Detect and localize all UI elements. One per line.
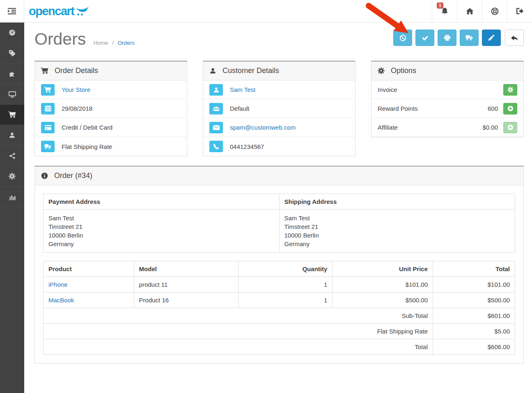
opencart-logo[interactable]: opencart <box>24 0 89 22</box>
breadcrumb-orders-link[interactable]: Orders <box>118 40 135 46</box>
edit-order-button[interactable] <box>482 30 501 46</box>
grand-total-value: $606.00 <box>433 339 515 355</box>
customer-row: Sam Test <box>203 80 355 99</box>
options-panel: Options Invoice <box>371 61 524 137</box>
affiliate-label: Affiliate <box>378 124 482 131</box>
print-invoice-button[interactable] <box>438 30 456 46</box>
date-added-row: 29/08/2018 <box>35 99 187 118</box>
support-button[interactable] <box>482 0 507 22</box>
subtotal-value: $601.00 <box>433 308 515 324</box>
puzzle-icon <box>9 70 16 77</box>
product-row: iPhone product 11 1 $101.00 $101.00 <box>44 277 515 292</box>
product-row: MacBook Product 16 1 $500.00 $500.00 <box>44 292 515 308</box>
user-icon <box>209 68 216 74</box>
main-content: Orders Home / Orders <box>24 23 532 393</box>
address-line: Sam Test <box>284 214 510 222</box>
menu-toggle-button[interactable] <box>0 0 24 22</box>
sidebar-item-system[interactable] <box>0 166 24 187</box>
ban-icon <box>399 34 406 41</box>
address-line: Sam Test <box>48 214 274 222</box>
logout-button[interactable] <box>507 0 532 22</box>
add-reward-points-button[interactable] <box>503 103 517 114</box>
envelope-icon <box>209 122 223 133</box>
summary-panels: Order Details Your Store <box>34 61 524 156</box>
notifications-button[interactable]: 1 <box>432 0 457 22</box>
sidebar-item-marketing[interactable] <box>0 146 24 166</box>
notification-badge: 1 <box>437 2 443 9</box>
shipping-address-header: Shipping Address <box>279 194 515 210</box>
sidebar-item-sales[interactable] <box>0 105 24 125</box>
col-product: Product <box>44 261 134 277</box>
product-link[interactable]: iPhone <box>48 281 68 288</box>
reward-points-value: 600 <box>488 105 498 112</box>
product-cell: iPhone <box>44 277 134 292</box>
share-icon <box>9 153 16 159</box>
customer-group-row: Default <box>203 99 355 118</box>
phone-icon <box>209 141 223 152</box>
sidebar-item-dashboard[interactable] <box>0 23 24 43</box>
truck-icon <box>41 141 55 152</box>
gear-icon <box>378 67 385 74</box>
monitor-icon <box>9 91 16 98</box>
reply-icon <box>511 35 518 41</box>
model-cell: product 11 <box>134 277 238 292</box>
customer-details-panel: Customer Details Sam Test <box>203 61 355 156</box>
customer-email-link[interactable]: spam@customweb.com <box>230 124 296 131</box>
home-button[interactable] <box>457 0 482 22</box>
breadcrumb-home-link[interactable]: Home <box>93 40 108 46</box>
shopping-cart-icon <box>9 111 16 118</box>
shipping-address: Sam Test Timstreet 21 10000 Berlin Germa… <box>279 210 515 253</box>
shipping-total-value: $5.00 <box>433 324 515 339</box>
product-link[interactable]: MacBook <box>48 297 74 304</box>
plus-circle-icon <box>507 105 514 112</box>
life-ring-icon <box>491 7 499 15</box>
affiliate-value: $0.00 <box>482 124 498 131</box>
customer-phone: 0441234567 <box>230 143 264 150</box>
subtotal-label: Sub-Total <box>44 308 433 324</box>
model-cell: Product 16 <box>134 292 238 308</box>
order-details-panel: Order Details Your Store <box>34 61 187 156</box>
order-panel-body: Payment Address Shipping Address Sam Tes… <box>35 185 523 363</box>
add-affiliate-commission-button[interactable] <box>503 122 517 133</box>
cancel-order-button[interactable] <box>393 30 412 46</box>
address-table: Payment Address Shipping Address Sam Tes… <box>43 194 515 253</box>
customer-link[interactable]: Sam Test <box>230 86 255 93</box>
dashboard-icon <box>9 29 16 36</box>
pencil-icon <box>488 34 495 41</box>
app-header: opencart 1 <box>0 0 532 23</box>
menu-toggle-icon <box>8 8 16 14</box>
payment-method: Credit / Debit Card <box>62 124 112 131</box>
print-shipping-list-button[interactable] <box>460 30 479 46</box>
totals-row: Flat Shipping Rate $5.00 <box>44 324 515 339</box>
customer-phone-row: 0441234567 <box>203 137 355 156</box>
shopping-cart-icon <box>41 84 55 96</box>
store-link[interactable]: Your Store <box>62 86 90 93</box>
gear-icon <box>9 173 16 180</box>
address-line: 10000 Berlin <box>284 231 510 240</box>
credit-card-icon <box>41 122 55 133</box>
col-quantity: Quantity <box>238 261 332 277</box>
quantity-cell: 1 <box>238 292 332 308</box>
totals-row: Sub-Total $601.00 <box>44 308 515 324</box>
address-line: Timstreet 21 <box>48 222 274 231</box>
generate-invoice-button[interactable] <box>503 84 517 96</box>
sidebar-item-reports[interactable] <box>0 187 24 207</box>
products-header-row: Product Model Quantity Unit Price Total <box>44 261 515 277</box>
logo-cart-icon <box>76 7 89 16</box>
date-added: 29/08/2018 <box>62 105 92 112</box>
sidebar-item-design[interactable] <box>0 84 24 105</box>
shipping-method-row: Flat Shipping Rate <box>35 137 187 156</box>
breadcrumb-separator: / <box>112 40 114 46</box>
confirm-order-button[interactable] <box>415 30 434 46</box>
sign-out-icon <box>516 8 523 14</box>
sidebar-item-catalog[interactable] <box>0 43 24 64</box>
back-button[interactable] <box>505 30 524 46</box>
sidebar-item-customers[interactable] <box>0 125 24 146</box>
header-actions: 1 <box>432 0 532 22</box>
unit-price-cell: $101.00 <box>332 277 433 292</box>
tag-icon <box>9 50 16 57</box>
user-icon <box>209 84 223 96</box>
gear-icon <box>507 87 514 93</box>
sidebar-item-extensions[interactable] <box>0 64 24 84</box>
product-cell: MacBook <box>44 292 134 308</box>
